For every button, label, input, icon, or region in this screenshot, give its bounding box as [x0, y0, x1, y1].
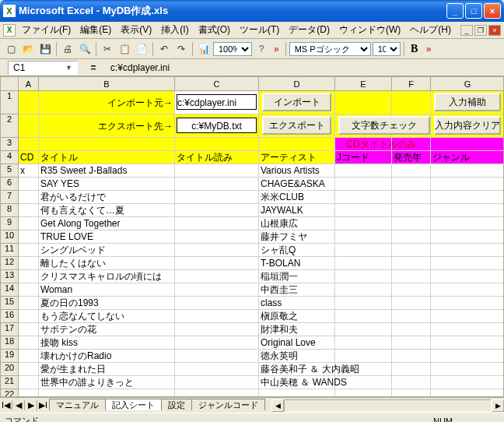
cell[interactable]: [175, 283, 259, 297]
cell[interactable]: [431, 138, 504, 151]
cell[interactable]: [175, 270, 259, 283]
menu-item[interactable]: ファイル(F): [17, 23, 75, 37]
cell[interactable]: [431, 178, 504, 191]
cell-artist[interactable]: 山根康広: [259, 217, 335, 230]
cell[interactable]: [335, 297, 392, 310]
cell[interactable]: [335, 389, 392, 397]
cell[interactable]: [431, 244, 504, 257]
cell[interactable]: [335, 217, 392, 230]
cell[interactable]: [19, 283, 39, 297]
cell[interactable]: [431, 164, 504, 178]
cell-title[interactable]: R35 Sweet J-Ballads: [39, 164, 175, 178]
row-header[interactable]: 11: [1, 244, 19, 257]
menu-item[interactable]: ヘルプ(H): [405, 23, 456, 37]
cell[interactable]: [431, 336, 504, 350]
cell[interactable]: [335, 350, 392, 363]
zoom-select[interactable]: 100%: [213, 42, 252, 56]
row-header[interactable]: 20: [1, 363, 19, 376]
cell[interactable]: [392, 297, 431, 310]
cell[interactable]: 入力内容クリア: [431, 114, 504, 138]
cell[interactable]: [19, 363, 39, 376]
cell[interactable]: [19, 178, 39, 191]
cell[interactable]: [175, 336, 259, 350]
size-select[interactable]: 10: [373, 42, 401, 56]
print-icon[interactable]: 🖨: [60, 41, 75, 57]
cell[interactable]: [335, 91, 392, 114]
row-header[interactable]: 21: [1, 376, 19, 389]
cell[interactable]: [19, 270, 39, 283]
cell-title[interactable]: SAY YES: [39, 178, 175, 191]
col-header[interactable]: D: [259, 77, 335, 91]
cell-title[interactable]: 壊れかけのRadio: [39, 350, 175, 363]
menu-item[interactable]: 編集(E): [75, 23, 116, 37]
cell[interactable]: [39, 138, 175, 151]
cell[interactable]: [335, 283, 392, 297]
cell[interactable]: [392, 244, 431, 257]
menu-item[interactable]: ツール(T): [235, 23, 284, 37]
cell[interactable]: [175, 230, 259, 244]
cell-title[interactable]: シングルベッド: [39, 244, 175, 257]
cell[interactable]: [431, 217, 504, 230]
cell-artist[interactable]: 財津和夫: [259, 323, 335, 336]
cell[interactable]: [259, 138, 335, 151]
row-header[interactable]: 12: [1, 257, 19, 270]
cell[interactable]: [392, 191, 431, 204]
cell[interactable]: [175, 178, 259, 191]
cell-artist[interactable]: 稲垣潤一: [259, 270, 335, 283]
cell[interactable]: 入力補助: [431, 91, 504, 114]
import-button[interactable]: インポート: [262, 93, 331, 111]
export-button[interactable]: エクスポート: [262, 116, 331, 135]
cell[interactable]: [335, 336, 392, 350]
paste-icon[interactable]: 📄: [134, 41, 149, 57]
cell-artist[interactable]: CHAGE&ASKA: [259, 178, 335, 191]
cell[interactable]: [392, 204, 431, 217]
copy-icon[interactable]: 📋: [117, 41, 132, 57]
cell-title[interactable]: クリスマスキャロルの頃には: [39, 270, 175, 283]
cell[interactable]: [19, 114, 39, 138]
cell-title[interactable]: 君がいるだけで: [39, 191, 175, 204]
cell[interactable]: [392, 178, 431, 191]
save-icon[interactable]: 💾: [37, 41, 53, 57]
import-source-input[interactable]: c:¥cdplayer.ini: [177, 94, 257, 110]
cell[interactable]: [335, 204, 392, 217]
col-header[interactable]: A: [19, 77, 39, 91]
row-header[interactable]: 8: [1, 204, 19, 217]
row-header[interactable]: 1: [1, 91, 19, 114]
cell[interactable]: [175, 217, 259, 230]
cell[interactable]: [392, 91, 431, 114]
tab-prev-icon[interactable]: ◀: [12, 400, 25, 410]
menu-item[interactable]: 書式(O): [194, 23, 235, 37]
cell[interactable]: [19, 204, 39, 217]
cell[interactable]: [335, 230, 392, 244]
cell[interactable]: [19, 336, 39, 350]
cell[interactable]: [175, 389, 259, 397]
cell[interactable]: [19, 191, 39, 204]
export-dest-input[interactable]: c:¥MyDB.txt: [177, 118, 257, 133]
cell[interactable]: [392, 310, 431, 323]
cell-artist[interactable]: 中西圭三: [259, 283, 335, 297]
bold-button[interactable]: B: [408, 43, 422, 55]
cell[interactable]: [335, 244, 392, 257]
help-icon[interactable]: ?: [254, 41, 269, 57]
col-header[interactable]: B: [39, 77, 175, 91]
worksheet[interactable]: ABCDEFG1インポート元→c:¥cdplayer.iniインポート入力補助2…: [0, 76, 504, 397]
cell[interactable]: [431, 376, 504, 389]
row-header[interactable]: 15: [1, 297, 19, 310]
cell[interactable]: [335, 257, 392, 270]
cell[interactable]: [392, 283, 431, 297]
cell-title[interactable]: 離したくはない: [39, 257, 175, 270]
mdi-minimize-button[interactable]: _: [460, 25, 473, 36]
cell[interactable]: [431, 257, 504, 270]
cell[interactable]: [175, 138, 259, 151]
col-header[interactable]: C: [175, 77, 259, 91]
cell[interactable]: [175, 363, 259, 376]
cell[interactable]: [392, 217, 431, 230]
cell[interactable]: [335, 178, 392, 191]
name-box[interactable]: C1▼: [8, 61, 78, 75]
cell[interactable]: [19, 244, 39, 257]
cell[interactable]: [431, 389, 504, 397]
cell-artist[interactable]: 徳永英明: [259, 350, 335, 363]
cell-artist[interactable]: 槇原敬之: [259, 310, 335, 323]
cell[interactable]: [19, 376, 39, 389]
tab-first-icon[interactable]: I◀: [0, 400, 12, 410]
